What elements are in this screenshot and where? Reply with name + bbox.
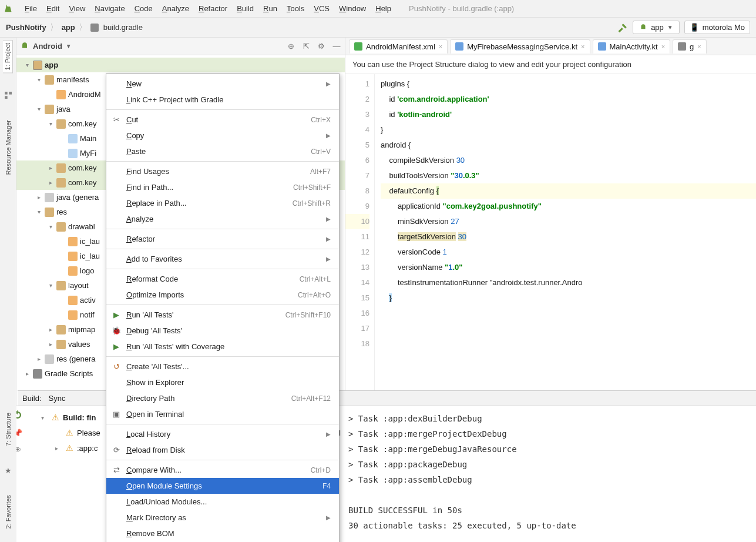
- line-number: 4: [345, 122, 369, 138]
- menu-item-new[interactable]: New▶: [106, 76, 339, 92]
- run-config-selector[interactable]: app ▼: [633, 21, 680, 34]
- close-icon[interactable]: ×: [697, 43, 701, 50]
- menu-edit[interactable]: Edit: [42, 2, 64, 15]
- menu-item-add-to-favorites[interactable]: Add to Favorites▶: [106, 251, 339, 267]
- breadcrumb-module[interactable]: app: [62, 23, 75, 32]
- menu-run[interactable]: Run: [258, 2, 282, 15]
- tool-tab-favorites[interactable]: 2: Favorites: [4, 493, 13, 531]
- editor-notification-bar[interactable]: You can use the Project Structure dialog…: [345, 55, 756, 74]
- menu-item-reformat-code[interactable]: Reformat CodeCtrl+Alt+L: [106, 271, 339, 287]
- menu-item-open-module-settings[interactable]: Open Module SettingsF4: [106, 478, 339, 494]
- menu-item-load-unload-modules[interactable]: Load/Unload Modules...: [106, 494, 339, 510]
- menu-item-directory-path[interactable]: Directory PathCtrl+Alt+F12: [106, 390, 339, 406]
- menu-item-analyze[interactable]: Analyze▶: [106, 211, 339, 227]
- menu-view[interactable]: View: [64, 2, 90, 15]
- menu-item-show-in-explorer[interactable]: Show in Explorer: [106, 374, 339, 390]
- xml-icon: [68, 237, 78, 246]
- menu-item-find-in-path[interactable]: Find in Path...Ctrl+Shift+F: [106, 179, 339, 195]
- menu-item-optimize-imports[interactable]: Optimize ImportsCtrl+Alt+O: [106, 287, 339, 303]
- hide-icon[interactable]: —: [332, 42, 341, 51]
- editor-tab[interactable]: MyFirebaseMessagingService.kt×: [450, 39, 590, 53]
- menu-item-local-history[interactable]: Local History▶: [106, 426, 339, 442]
- phone-icon: 📱: [690, 23, 699, 32]
- menu-item-refactor[interactable]: Refactor▶: [106, 231, 339, 247]
- settings-gear-icon[interactable]: ⚙: [317, 42, 326, 51]
- breadcrumb-project[interactable]: PushNotify: [6, 23, 46, 32]
- menu-separator: [106, 229, 339, 229]
- menu-item-mark-directory-as[interactable]: Mark Directory as▶: [106, 510, 339, 526]
- tool-tab-structure[interactable]: 7: Structure: [4, 410, 13, 449]
- menu-tools[interactable]: Tools: [282, 2, 309, 15]
- menu-item-copy[interactable]: Copy▶: [106, 128, 339, 143]
- folder-icon: [56, 325, 66, 334]
- breadcrumb-file[interactable]: build.gradle: [103, 23, 143, 32]
- editor-tab[interactable]: AndroidManifest.xml×: [349, 39, 448, 53]
- tree-item[interactable]: ▾app: [16, 58, 345, 72]
- menu-separator: [106, 269, 339, 269]
- submenu-arrow-icon: ▶: [326, 81, 331, 87]
- menu-item-open-in-terminal[interactable]: ▣Open in Terminal: [106, 406, 339, 422]
- menu-item-label: Analyze: [126, 215, 321, 223]
- menu-build[interactable]: Build: [232, 2, 258, 15]
- line-number: 13: [345, 260, 369, 275]
- line-number: 18: [345, 336, 369, 352]
- kt-icon: [68, 149, 78, 158]
- menu-code[interactable]: Code: [130, 2, 157, 15]
- context-menu[interactable]: New▶Link C++ Project with Gradle✂CutCtrl…: [106, 73, 340, 542]
- device-selector[interactable]: 📱 motorola Mo: [684, 21, 750, 34]
- menu-item-create-all-tests[interactable]: ↺Create 'All Tests'...: [106, 359, 339, 374]
- gray-icon: [45, 354, 54, 364]
- editor-tab[interactable]: MainActivity.kt×: [593, 39, 671, 53]
- build-row-label: :app:c: [77, 444, 98, 453]
- menu-file[interactable]: File: [20, 2, 42, 15]
- menu-navigate[interactable]: Navigate: [90, 2, 129, 15]
- build-tab-sync[interactable]: Sync: [49, 394, 66, 403]
- warning-icon: ⚠: [52, 413, 59, 422]
- tree-item-label: ic_lau: [80, 252, 100, 260]
- menu-item-find-usages[interactable]: Find UsagesAlt+F7: [106, 163, 339, 179]
- chevron-down-icon: ▾: [47, 282, 54, 289]
- build-hammer-icon[interactable]: [617, 22, 628, 33]
- project-view-selector[interactable]: Android: [33, 42, 62, 51]
- android-studio-logo-icon: [4, 4, 14, 14]
- build-output[interactable]: > Task :app:dexBuilderDebug > Task :app:…: [341, 406, 756, 542]
- menu-item-label: Debug 'All Tests': [126, 326, 331, 335]
- code-editor[interactable]: plugins { id 'com.android.application' i…: [375, 74, 756, 390]
- menu-item-shortcut: Ctrl+Alt+F12: [291, 394, 331, 403]
- menu-analyze[interactable]: Analyze: [157, 2, 194, 15]
- line-number: 7: [345, 168, 369, 183]
- menu-item-run-all-tests-with-coverage[interactable]: ▶Run 'All Tests' with Coverage: [106, 339, 339, 354]
- star-icon[interactable]: ★: [5, 466, 12, 475]
- device-name: motorola Mo: [703, 23, 745, 32]
- tree-item-label: java (genera: [56, 193, 99, 202]
- menu-item-debug-all-tests[interactable]: 🐞Debug 'All Tests': [106, 323, 339, 339]
- close-icon[interactable]: ×: [581, 43, 584, 50]
- menu-item-label: Local History: [126, 430, 321, 439]
- tool-tab-project[interactable]: 1: Project: [3, 40, 13, 73]
- resource-manager-icon[interactable]: [4, 91, 13, 100]
- menu-item-run-all-tests[interactable]: ▶Run 'All Tests'Ctrl+Shift+F10: [106, 307, 339, 323]
- menu-vcs[interactable]: VCS: [309, 2, 334, 15]
- menu-item-compare-with[interactable]: ⇄Compare With...Ctrl+D: [106, 462, 339, 478]
- menu-item-paste[interactable]: PasteCtrl+V: [106, 143, 339, 159]
- menu-item-replace-in-path[interactable]: Replace in Path...Ctrl+Shift+R: [106, 195, 339, 211]
- editor-tab[interactable]: g×: [673, 39, 707, 53]
- folder-icon: [56, 178, 66, 188]
- menu-item-link-c-project-with-gradle[interactable]: Link C++ Project with Gradle: [106, 92, 339, 108]
- close-icon[interactable]: ×: [439, 43, 442, 50]
- menu-item-cut[interactable]: ✂CutCtrl+X: [106, 112, 339, 128]
- close-icon[interactable]: ×: [661, 43, 665, 50]
- menu-item-reload-from-disk[interactable]: ⟳Reload from Disk: [106, 442, 339, 458]
- collapse-icon[interactable]: ⇱: [301, 42, 311, 51]
- kt-icon: [68, 134, 78, 143]
- chevron-right-icon: ▸: [23, 370, 31, 377]
- tree-item-label: com.key: [68, 119, 96, 128]
- locate-icon[interactable]: ⊕: [286, 42, 295, 51]
- menu-item-shortcut: Ctrl+Shift+R: [293, 199, 331, 208]
- tool-tab-resource-manager[interactable]: Resource Manager: [4, 118, 13, 178]
- menu-item-remove-bom[interactable]: Remove BOM: [106, 526, 339, 541]
- tree-item-label: com.key: [68, 178, 96, 187]
- menu-window[interactable]: Window: [334, 2, 371, 15]
- menu-refactor[interactable]: Refactor: [194, 2, 232, 15]
- menu-help[interactable]: Help: [371, 2, 396, 15]
